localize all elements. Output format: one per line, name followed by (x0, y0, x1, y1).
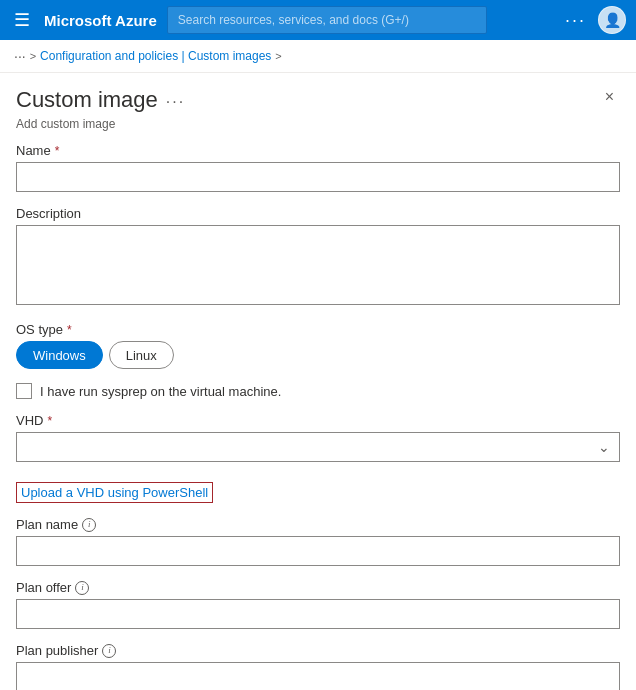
name-group: Name * (16, 143, 620, 192)
plan-offer-group: Plan offer i (16, 580, 620, 629)
vhd-select-wrapper (16, 432, 620, 462)
panel-title-area: Custom image ··· (16, 87, 185, 113)
os-type-required-star: * (67, 323, 72, 337)
panel-title: Custom image (16, 87, 158, 113)
name-input[interactable] (16, 162, 620, 192)
description-label: Description (16, 206, 620, 221)
form-body: Name * Description OS type * Windows Lin… (0, 143, 636, 690)
sysprep-checkbox[interactable] (16, 383, 32, 399)
plan-publisher-info-icon[interactable]: i (102, 644, 116, 658)
os-linux-button[interactable]: Linux (109, 341, 174, 369)
panel-header: Custom image ··· × (0, 73, 636, 117)
plan-offer-label: Plan offer i (16, 580, 620, 595)
search-input[interactable] (167, 6, 487, 34)
plan-name-label: Plan name i (16, 517, 620, 532)
os-type-label: OS type * (16, 322, 620, 337)
brand-name: Microsoft Azure (44, 12, 157, 29)
breadcrumb-dots[interactable]: ··· (14, 48, 26, 64)
close-icon[interactable]: × (599, 87, 620, 107)
plan-name-input[interactable] (16, 536, 620, 566)
panel-title-more-icon[interactable]: ··· (166, 93, 185, 111)
sysprep-label: I have run sysprep on the virtual machin… (40, 384, 281, 399)
description-input[interactable] (16, 225, 620, 305)
main-page: ··· > Configuration and policies | Custo… (0, 40, 636, 690)
navbar-right: ··· 👤 (565, 6, 626, 34)
plan-offer-info-icon[interactable]: i (75, 581, 89, 595)
breadcrumb-sep1: > (30, 50, 36, 62)
description-group: Description (16, 206, 620, 308)
plan-name-group: Plan name i (16, 517, 620, 566)
os-type-toggle: Windows Linux (16, 341, 620, 369)
plan-name-info-icon[interactable]: i (82, 518, 96, 532)
name-required-star: * (55, 144, 60, 158)
breadcrumb: ··· > Configuration and policies | Custo… (0, 40, 636, 73)
sysprep-row: I have run sysprep on the virtual machin… (16, 383, 620, 399)
breadcrumb-link[interactable]: Configuration and policies | Custom imag… (40, 49, 271, 63)
os-windows-button[interactable]: Windows (16, 341, 103, 369)
navbar-more-icon[interactable]: ··· (565, 10, 586, 31)
panel-subtitle: Add custom image (0, 117, 636, 143)
plan-publisher-label: Plan publisher i (16, 643, 620, 658)
plan-publisher-input[interactable] (16, 662, 620, 690)
plan-publisher-group: Plan publisher i (16, 643, 620, 690)
upload-vhd-link[interactable]: Upload a VHD using PowerShell (16, 482, 213, 503)
os-type-group: OS type * Windows Linux (16, 322, 620, 369)
vhd-required-star: * (47, 414, 52, 428)
vhd-select[interactable] (16, 432, 620, 462)
avatar[interactable]: 👤 (598, 6, 626, 34)
breadcrumb-sep2: > (275, 50, 281, 62)
plan-offer-input[interactable] (16, 599, 620, 629)
hamburger-icon[interactable]: ☰ (10, 5, 34, 35)
vhd-group: VHD * (16, 413, 620, 462)
name-label: Name * (16, 143, 620, 158)
vhd-label: VHD * (16, 413, 620, 428)
navbar: ☰ Microsoft Azure ··· 👤 (0, 0, 636, 40)
